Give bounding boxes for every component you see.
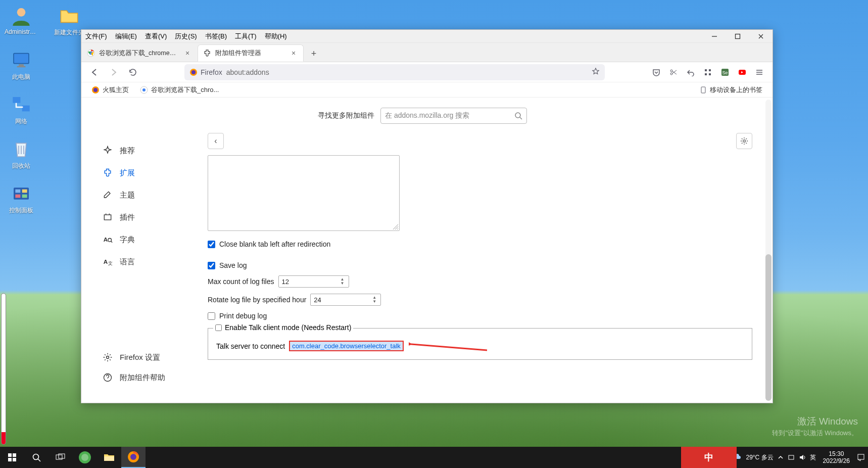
- taskbar-firefox[interactable]: [121, 447, 146, 468]
- tab-chrome-download[interactable]: 谷歌浏览器下载_chrome浏览器 ×: [81, 44, 198, 62]
- search-button[interactable]: [24, 447, 49, 468]
- save-to-pocket-button[interactable]: [648, 64, 664, 80]
- ime-indicator-tile[interactable]: 中: [681, 447, 737, 468]
- extension-youtube-icon[interactable]: [734, 64, 750, 80]
- bookmark-firefox-home[interactable]: 火狐主页: [88, 84, 132, 96]
- print-debug-label: Print debug log: [219, 312, 267, 320]
- svg-point-16: [670, 70, 672, 72]
- menu-history[interactable]: 历史(S): [171, 30, 201, 42]
- sidebar-extensions[interactable]: 扩展: [95, 163, 208, 183]
- sidebar-plugins[interactable]: 插件: [95, 207, 208, 227]
- window-close-button[interactable]: [749, 30, 773, 42]
- tab-close-button[interactable]: ×: [289, 49, 298, 58]
- help-icon: [103, 372, 113, 383]
- svg-rect-20: [705, 73, 707, 75]
- window-minimize-button[interactable]: [703, 30, 726, 42]
- desktop-icon-this-pc[interactable]: 此电脑: [6, 50, 36, 81]
- svg-rect-40: [8, 453, 12, 457]
- notifications-icon[interactable]: [857, 453, 865, 461]
- window-maximize-button[interactable]: [726, 30, 749, 42]
- rotate-log-input[interactable]: 24 ▲▼: [310, 294, 381, 306]
- max-log-label: Max count of log files: [208, 277, 274, 286]
- tab-close-button[interactable]: ×: [183, 49, 192, 58]
- svg-rect-52: [789, 455, 794, 459]
- taskbar-app-green[interactable]: [73, 447, 97, 468]
- desktop-icon-control-panel[interactable]: 控制面板: [6, 183, 36, 215]
- save-log-label: Save log: [219, 261, 247, 269]
- app-menu-button[interactable]: [751, 64, 767, 80]
- sidebar-recommendations[interactable]: 推荐: [95, 141, 208, 161]
- svg-rect-2: [19, 64, 24, 66]
- bookmark-chrome-download[interactable]: 谷歌浏览器下载_chro...: [137, 84, 222, 96]
- talk-server-input[interactable]: com.clear_code.browserselector_talk: [289, 341, 404, 351]
- sidebar-themes[interactable]: 主题: [95, 185, 208, 205]
- sidebar-dictionaries[interactable]: A 字典: [95, 229, 208, 250]
- svg-point-51: [130, 454, 136, 460]
- back-button[interactable]: [86, 64, 103, 80]
- detail-settings-button[interactable]: [736, 133, 752, 149]
- tab-bar: 谷歌浏览器下载_chrome浏览器 × 附加组件管理器 × +: [81, 43, 773, 62]
- save-log-checkbox[interactable]: [208, 262, 215, 269]
- svg-point-17: [670, 73, 672, 75]
- site-identity[interactable]: Firefox: [189, 68, 222, 76]
- rotate-log-label: Rotate log file by specified hour: [208, 296, 306, 304]
- network-tray-icon[interactable]: [788, 454, 795, 461]
- svg-point-0: [17, 8, 26, 17]
- menu-view[interactable]: 查看(V): [141, 30, 171, 42]
- svg-rect-4: [13, 97, 20, 103]
- volume-icon[interactable]: [799, 454, 806, 461]
- detail-back-button[interactable]: ‹: [208, 133, 224, 149]
- start-button[interactable]: [0, 447, 24, 468]
- svg-rect-29: [701, 87, 705, 93]
- desktop-icon-administrator[interactable]: Administra...: [6, 5, 36, 37]
- desktop-icon-new-folder[interactable]: 新建文件夹: [54, 5, 84, 37]
- svg-point-44: [33, 454, 39, 460]
- talk-mode-checkbox[interactable]: [215, 324, 222, 331]
- menu-tools[interactable]: 工具(T): [231, 30, 261, 42]
- extension-undo-icon[interactable]: [683, 64, 699, 80]
- svg-rect-41: [13, 453, 16, 457]
- bookmark-mobile[interactable]: 移动设备上的书签: [697, 84, 765, 96]
- extension-se-icon[interactable]: Se: [717, 64, 733, 80]
- close-blank-tab-checkbox[interactable]: [208, 241, 215, 248]
- talk-server-label: Talk server to connect: [216, 342, 285, 350]
- firefox-window: 文件(F) 编辑(E) 查看(V) 历史(S) 书签(B) 工具(T) 帮助(H…: [81, 29, 773, 403]
- svg-rect-21: [709, 73, 711, 75]
- max-log-input[interactable]: 12 ▲▼: [278, 275, 349, 288]
- sidebar-firefox-settings[interactable]: Firefox 设置: [95, 347, 208, 367]
- desktop-icon-recycle-bin[interactable]: 回收站: [6, 138, 36, 170]
- firefox-icon: [91, 86, 100, 94]
- tab-addons-manager[interactable]: 附加组件管理器 ×: [198, 44, 304, 62]
- taskbar-clock[interactable]: 15:30 2022/9/26: [820, 450, 853, 465]
- ime-language[interactable]: 英: [810, 453, 816, 462]
- new-tab-button[interactable]: +: [306, 45, 322, 62]
- extension-scissors-icon[interactable]: [665, 64, 682, 80]
- menu-file[interactable]: 文件(F): [81, 30, 111, 42]
- spinner-icon[interactable]: ▲▼: [372, 295, 379, 304]
- svg-rect-31: [104, 215, 111, 220]
- sidebar-addon-help[interactable]: 附加组件帮助: [95, 367, 208, 388]
- weather-widget[interactable]: 29°C 多云: [746, 453, 773, 462]
- svg-point-48: [81, 454, 88, 461]
- firefox-icon: [189, 68, 198, 76]
- menu-bookmarks[interactable]: 书签(B): [201, 30, 231, 42]
- taskbar-file-explorer[interactable]: [97, 447, 121, 468]
- svg-rect-53: [858, 454, 864, 459]
- sparkle-icon: [103, 146, 113, 156]
- desktop-icon-network[interactable]: 网络: [6, 94, 36, 126]
- task-view-button[interactable]: [49, 447, 73, 468]
- reload-button[interactable]: [125, 64, 141, 80]
- url-bar[interactable]: Firefox about:addons: [184, 64, 605, 80]
- close-blank-tab-label: Close blank tab left after redirection: [219, 240, 330, 248]
- extension-grid-icon[interactable]: [700, 64, 716, 80]
- print-debug-checkbox[interactable]: [208, 312, 215, 320]
- spinner-icon[interactable]: ▲▼: [341, 277, 348, 286]
- bookmark-star-button[interactable]: [592, 67, 600, 77]
- chevron-up-icon[interactable]: [778, 454, 784, 460]
- sidebar-languages[interactable]: A文 语言: [95, 252, 208, 272]
- options-textarea[interactable]: [208, 155, 400, 231]
- forward-button[interactable]: [106, 64, 122, 80]
- menu-help[interactable]: 帮助(H): [261, 30, 291, 42]
- menu-edit[interactable]: 编辑(E): [111, 30, 141, 42]
- menubar: 文件(F) 编辑(E) 查看(V) 历史(S) 书签(B) 工具(T) 帮助(H…: [81, 30, 773, 43]
